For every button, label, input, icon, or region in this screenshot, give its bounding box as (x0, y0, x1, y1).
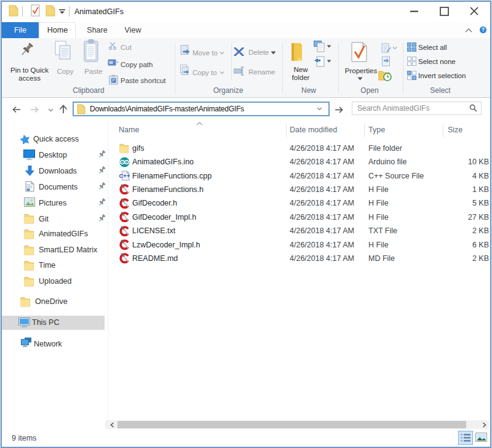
svg-text:P: P (113, 78, 116, 82)
